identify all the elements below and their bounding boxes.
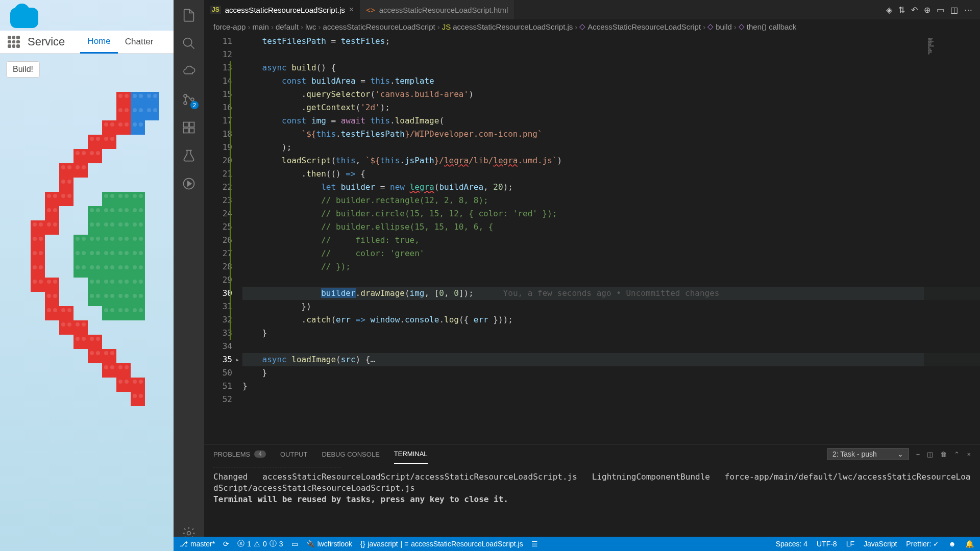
close-icon[interactable]: × [349, 5, 354, 14]
tab-chatter[interactable]: Chatter [118, 31, 161, 54]
svg-rect-6 [184, 128, 188, 133]
new-terminal-icon[interactable]: + [916, 450, 920, 458]
lego-canvas [31, 92, 174, 439]
spaces-indicator[interactable]: Spaces: 4 [776, 540, 807, 548]
svg-point-2 [184, 102, 187, 105]
code-content[interactable]: testFilesPath = testFiles; async build()… [242, 34, 980, 444]
svg-point-1 [184, 94, 187, 97]
vscode-window: 2 JS accessStaticResourceLoadScript.js ×… [174, 0, 980, 551]
debug-icon[interactable] [181, 176, 197, 191]
sync-icon[interactable]: ⟳ [223, 540, 229, 548]
encoding-indicator[interactable]: UTF-8 [817, 540, 837, 548]
bottom-panel: PROBLEMS 4 OUTPUT DEBUG CONSOLE TERMINAL… [204, 444, 980, 551]
preview-icon[interactable]: ▭ [937, 5, 944, 15]
terminal-line: Terminal will be reused by tasks, press … [213, 494, 971, 505]
svg-point-9 [187, 532, 191, 535]
menu-icon[interactable]: ☰ [531, 540, 538, 548]
mode-indicator[interactable]: JavaScript [864, 540, 897, 548]
status-bar: ⎇ master* ⟳ ⓧ 1 ⚠ 0 ⓘ 3 ▭ 🔌 lwcfirstlook… [174, 537, 980, 551]
panel-tabs: PROBLEMS 4 OUTPUT DEBUG CONSOLE TERMINAL… [204, 444, 980, 464]
problems-badge: 4 [254, 450, 266, 458]
svg-rect-4 [184, 122, 188, 127]
tab-html-file[interactable]: <> accessStaticResourceLoadScript.html [360, 0, 514, 19]
problems-indicator[interactable]: ⓧ 1 ⚠ 0 ⓘ 3 [237, 539, 283, 548]
split-terminal-icon[interactable]: ◫ [927, 450, 933, 458]
salesforce-app: Service Home Chatter Build! [0, 0, 174, 551]
svg-point-3 [191, 98, 194, 101]
code-editor[interactable]: 1112131415161718192021222324252627282930… [204, 34, 980, 444]
js-icon: JS [210, 6, 221, 14]
tab-home[interactable]: Home [80, 31, 117, 54]
terminal-selector[interactable]: 2: Task - push⌄ [827, 448, 909, 460]
panel-tab-output[interactable]: OUTPUT [280, 444, 307, 464]
tab-label: accessStaticResourceLoadScript.html [379, 6, 508, 14]
trash-icon[interactable]: 🗑 [940, 450, 947, 458]
compare-icon[interactable]: ⇅ [898, 5, 905, 15]
compass-icon[interactable]: ◈ [886, 5, 892, 15]
split-icon[interactable]: ◫ [950, 5, 958, 15]
prettier-indicator[interactable]: Prettier: ✓ [906, 540, 939, 548]
breadcrumbs[interactable]: force-app › main › default › lwc › acces… [204, 19, 980, 34]
svg-point-0 [184, 38, 192, 46]
editor-tabs: JS accessStaticResourceLoadScript.js × <… [204, 0, 980, 19]
svg-rect-5 [189, 122, 194, 127]
editor-actions: ◈ ⇅ ↶ ⊕ ▭ ◫ ⋯ [886, 5, 980, 15]
panel-tab-problems[interactable]: PROBLEMS 4 [213, 444, 266, 464]
salesforce-nav: Service Home Chatter [0, 31, 174, 54]
extensions-icon[interactable] [181, 120, 197, 135]
explorer-icon[interactable] [181, 8, 197, 23]
editor-area: JS accessStaticResourceLoadScript.js × <… [204, 0, 980, 551]
search-icon[interactable] [181, 36, 197, 51]
scm-badge: 2 [190, 101, 199, 109]
branch-indicator[interactable]: ⎇ master* [180, 540, 215, 548]
html-icon: <> [366, 6, 375, 14]
maximize-icon[interactable]: ⌃ [954, 450, 960, 458]
org-indicator[interactable]: 🔌 lwcfirstlook [306, 540, 352, 548]
beaker-icon[interactable] [181, 148, 197, 163]
salesforce-logo [10, 8, 38, 28]
line-gutter: 1112131415161718192021222324252627282930… [204, 34, 242, 444]
close-panel-icon[interactable]: × [967, 450, 971, 458]
feedback-icon[interactable]: ☻ [948, 540, 956, 548]
app-title: Service [28, 35, 65, 48]
panel-tab-debug[interactable]: DEBUG CONSOLE [322, 444, 379, 464]
tab-label: accessStaticResourceLoadScript.js [225, 6, 345, 14]
cloud-icon[interactable] [181, 64, 197, 79]
terminal-line: Changed accessStaticResourceLoadScript/a… [213, 471, 971, 494]
panel-tab-terminal[interactable]: TERMINAL [394, 444, 428, 464]
more-icon[interactable]: ⋯ [964, 5, 972, 15]
minimap[interactable]: ████ ███ ██████ ███ █████████ ██████ ███… [924, 34, 980, 444]
layout-icon[interactable]: ▭ [291, 540, 298, 548]
diff-icon[interactable]: ⊕ [924, 5, 930, 15]
chevron-down-icon: ⌄ [897, 450, 903, 458]
lang-indicator[interactable]: {} javascript | ≡ accessStaticResourceLo… [360, 540, 523, 548]
source-control-icon[interactable]: 2 [181, 92, 197, 107]
app-launcher-icon[interactable] [8, 36, 20, 48]
eol-indicator[interactable]: LF [846, 540, 854, 548]
activity-bar: 2 [174, 0, 204, 551]
tab-js-file[interactable]: JS accessStaticResourceLoadScript.js × [204, 0, 360, 19]
build-button[interactable]: Build! [6, 61, 40, 78]
undo-icon[interactable]: ↶ [911, 5, 918, 15]
svg-rect-7 [189, 128, 194, 133]
bell-icon[interactable]: 🔔 [965, 540, 974, 548]
